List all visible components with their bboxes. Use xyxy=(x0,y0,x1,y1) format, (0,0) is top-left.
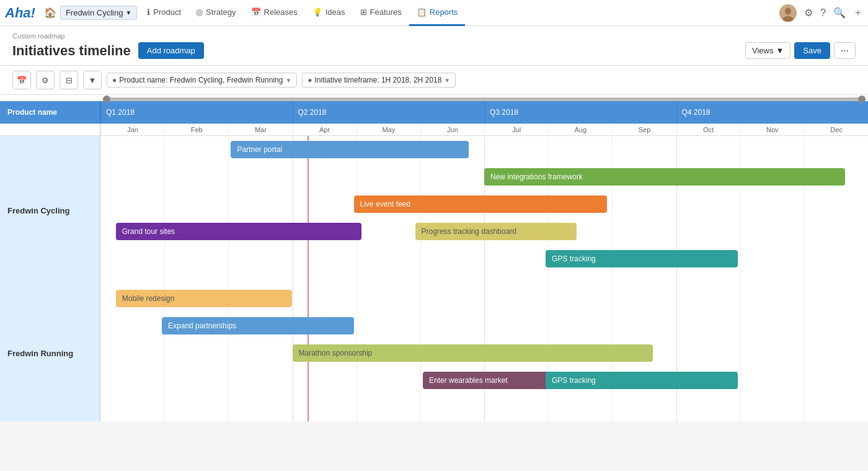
timeframe-filter-arrow: ▼ xyxy=(444,77,450,84)
save-button[interactable]: Save xyxy=(794,42,830,59)
month-may: May xyxy=(356,124,420,135)
grid-line-8 xyxy=(804,136,805,285)
range-slider-row xyxy=(0,95,868,101)
bar-mobile-redesign[interactable]: Mobile redesign xyxy=(116,290,293,307)
grid-line-r8 xyxy=(804,285,805,421)
bar-live-event-feed[interactable]: Live event feed xyxy=(354,195,608,213)
features-icon: ⊞ xyxy=(360,7,367,17)
nav-ideas[interactable]: 💡 Ideas xyxy=(305,0,353,26)
month-jun: Jun xyxy=(420,124,484,135)
layout-filter-btn[interactable]: ⊟ xyxy=(60,71,78,89)
bar-progress-tracking[interactable]: Progress tracking dashboard xyxy=(415,223,577,240)
settings-icon[interactable]: ⚙ xyxy=(804,7,813,19)
bar-expand-partnerships[interactable]: Expand partnerships xyxy=(162,317,354,334)
range-thumb-left[interactable] xyxy=(103,96,110,103)
settings-filter-btn[interactable]: ⚙ xyxy=(36,71,55,89)
month-feb: Feb xyxy=(164,124,228,135)
filter-bar: 📅 ⚙ ⊟ ▼ ● Product name: Fredwin Cycling,… xyxy=(0,66,868,95)
views-arrow: ▼ xyxy=(776,46,784,55)
nav-releases[interactable]: 📅 Releases xyxy=(244,0,305,26)
timeline-container: Product name Q1 2018 Q2 2018 Q3 2018 Q4 … xyxy=(0,95,868,421)
month-aug: Aug xyxy=(548,124,612,135)
month-jan: Jan xyxy=(100,124,164,135)
bar-partner-portal[interactable]: Partner portal xyxy=(231,141,469,158)
avatar[interactable] xyxy=(779,4,797,22)
nav-strategy[interactable]: ◎ Strategy xyxy=(188,0,243,26)
product-row-cycling: Fredwin Cycling Partner portal New integ… xyxy=(0,136,868,285)
views-label: Views xyxy=(752,46,773,55)
gantt-cycling: Partner portal New integrations framewor… xyxy=(100,136,868,285)
top-navigation: Aha! 🏠 Fredwin Cycling ▼ ℹ Product ◎ Str… xyxy=(0,0,868,26)
toolbar-right: Views ▼ Save ⋯ xyxy=(745,42,856,59)
home-icon[interactable]: 🏠 xyxy=(44,7,56,19)
month-sep: Sep xyxy=(612,124,676,135)
q2-label: Q2 2018 xyxy=(293,101,485,123)
product-filter-label: Product name: Fredwin Cycling, Fredwin R… xyxy=(119,76,283,84)
timeframe-filter-label: Initiative timeframe: 1H 2018, 2H 2018 xyxy=(315,76,442,84)
product-label-cycling: Fredwin Cycling xyxy=(0,136,100,285)
help-icon[interactable]: ? xyxy=(820,7,826,19)
range-thumb-right[interactable] xyxy=(858,96,866,103)
calendar-filter-btn[interactable]: 📅 xyxy=(12,71,31,89)
month-apr: Apr xyxy=(293,124,356,135)
filter-circle-icon: ● xyxy=(112,76,117,84)
q1-label: Q1 2018 xyxy=(100,101,293,123)
workspace-dropdown-arrow: ▼ xyxy=(125,9,131,16)
q-divider-1 xyxy=(293,136,293,285)
bar-grand-tour[interactable]: Grand tour sites xyxy=(116,223,361,240)
app-logo: Aha! xyxy=(5,5,35,21)
product-filter[interactable]: ● Product name: Fredwin Cycling, Fredwin… xyxy=(107,73,297,87)
views-button[interactable]: Views ▼ xyxy=(745,42,790,59)
add-icon[interactable]: ＋ xyxy=(853,6,863,19)
strategy-icon: ◎ xyxy=(196,7,203,17)
page-title: Initiatives timeline xyxy=(12,43,131,59)
product-row-running: Fredwin Running Mobile redesign Expand p… xyxy=(0,285,868,421)
more-button[interactable]: ⋯ xyxy=(834,42,856,59)
nav-reports[interactable]: 📋 Reports xyxy=(409,0,466,26)
month-header-row: Jan Feb Mar Apr May Jun Jul Aug Sep Oct … xyxy=(0,124,868,136)
quarters-container: Q1 2018 Q2 2018 Q3 2018 Q4 2018 xyxy=(100,101,868,123)
month-mar: Mar xyxy=(228,124,292,135)
q4-label: Q4 2018 xyxy=(676,101,869,123)
product-label-running: Fredwin Running xyxy=(0,285,100,421)
product-filter-arrow: ▼ xyxy=(285,77,291,84)
range-track[interactable] xyxy=(103,97,866,101)
grid-line-2 xyxy=(228,136,229,285)
q3-label: Q3 2018 xyxy=(484,101,676,123)
product-icon: ℹ xyxy=(147,7,150,17)
bar-new-integrations[interactable]: New integrations framework xyxy=(484,168,845,186)
nav-product[interactable]: ℹ Product xyxy=(140,0,188,26)
quarter-header-row: Product name Q1 2018 Q2 2018 Q3 2018 Q4 … xyxy=(0,101,868,124)
gantt-running: Mobile redesign Expand partnerships Mara… xyxy=(100,285,868,421)
month-dec: Dec xyxy=(804,124,868,135)
page-toolbar: Custom roadmap Initiatives timeline Add … xyxy=(0,26,868,66)
filter-btn[interactable]: ▼ xyxy=(83,71,102,89)
bar-gps-running[interactable]: GPS tracking xyxy=(546,372,738,389)
months-container: Jan Feb Mar Apr May Jun Jul Aug Sep Oct … xyxy=(100,124,868,135)
topnav-right: ⚙ ? 🔍 ＋ xyxy=(779,4,863,22)
q-divider-r3 xyxy=(676,285,677,421)
workspace-selector[interactable]: Fredwin Cycling ▼ xyxy=(60,6,137,20)
breadcrumb: Custom roadmap xyxy=(12,32,856,40)
bar-marathon[interactable]: Marathon sponsorship xyxy=(293,344,653,362)
month-oct: Oct xyxy=(676,124,740,135)
grid-line-7 xyxy=(740,136,741,285)
bar-gps-cycling[interactable]: GPS tracking xyxy=(546,250,738,267)
grid-line-1 xyxy=(164,136,165,285)
svg-point-1 xyxy=(785,7,791,14)
search-icon[interactable]: 🔍 xyxy=(833,7,846,19)
reports-icon: 📋 xyxy=(417,7,427,17)
workspace-name: Fredwin Cycling xyxy=(66,8,123,17)
nav-features[interactable]: ⊞ Features xyxy=(353,0,409,26)
filter-circle2-icon: ● xyxy=(308,76,312,84)
column-header-label: Product name xyxy=(0,101,100,123)
month-jul: Jul xyxy=(484,124,548,135)
releases-icon: 📅 xyxy=(251,7,261,17)
title-row: Initiatives timeline Add roadmap Views ▼… xyxy=(12,42,856,59)
month-nov: Nov xyxy=(740,124,804,135)
timeframe-filter[interactable]: ● Initiative timeframe: 1H 2018, 2H 2018… xyxy=(302,73,456,87)
ideas-icon: 💡 xyxy=(312,7,322,17)
today-line xyxy=(308,136,309,285)
grid-line-r7 xyxy=(740,285,741,421)
add-roadmap-button[interactable]: Add roadmap xyxy=(138,42,204,59)
